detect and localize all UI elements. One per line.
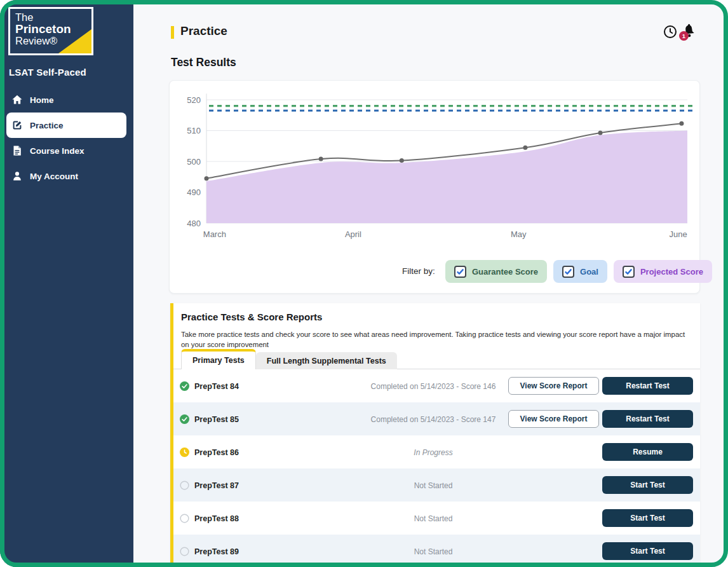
y-tick-label: 480	[187, 219, 201, 228]
practice-card-title: Practice Tests & Score Reports	[181, 311, 322, 322]
table-row: PrepTest 89Not StartedStart Test	[173, 535, 700, 567]
sidebar-item-practice[interactable]: Practice	[6, 113, 126, 138]
clock-progress-icon	[180, 447, 189, 457]
logo-line-princeton: Princeton	[15, 23, 91, 36]
test-results-title: Test Results	[171, 56, 236, 69]
score-chart: 520510500490480MarchAprilMayJune	[170, 86, 699, 245]
sidebar-item-label: Home	[30, 95, 54, 105]
score-chart-card: 520510500490480MarchAprilMayJune Filter …	[169, 80, 700, 294]
filter-chip-projected-score[interactable]: Projected Score	[614, 260, 712, 283]
y-tick-label: 510	[187, 126, 201, 135]
y-tick-label: 500	[187, 157, 201, 167]
filter-chip-goal[interactable]: Goal	[553, 260, 607, 283]
score-point	[319, 157, 323, 161]
sidebar-item-label: My Account	[30, 172, 78, 181]
score-point	[205, 176, 209, 181]
app-frame: The Princeton Review® LSAT Self-Paced Ho…	[0, 0, 728, 567]
resume-button[interactable]: Resume	[602, 443, 693, 461]
person-icon	[11, 170, 24, 182]
notifications-bell-icon[interactable]: 1	[680, 23, 697, 40]
table-row: PrepTest 85Completed on 5/14/2023 - Scor…	[173, 402, 700, 435]
practice-card-description: Take more practice tests and check your …	[181, 329, 686, 350]
test-status: Not Started	[367, 481, 500, 490]
history-clock-icon[interactable]	[663, 24, 678, 39]
start-test-button[interactable]: Start Test	[602, 509, 693, 527]
checkbox-checked[interactable]	[454, 266, 466, 278]
practice-tests-card: Practice Tests & Score Reports Take more…	[170, 303, 700, 567]
title-accent-bar	[171, 26, 174, 39]
test-name: PrepTest 88	[194, 514, 239, 523]
test-tabs: Primary TestsFull Length Supplemental Te…	[181, 349, 397, 369]
logo-line-the: The	[15, 12, 91, 23]
test-rows: PrepTest 84Completed on 5/14/2023 - Scor…	[173, 369, 700, 567]
test-status: Not Started	[367, 514, 500, 523]
sidebar-item-course-index[interactable]: Course Index	[6, 138, 126, 163]
checkbox-checked[interactable]	[623, 266, 635, 278]
chart-filter-row: Filter by: Guarantee ScoreGoalProjected …	[170, 260, 699, 283]
test-name: PrepTest 86	[194, 448, 239, 457]
y-tick-label: 520	[187, 95, 201, 105]
start-test-button[interactable]: Start Test	[602, 542, 693, 560]
notification-badge: 1	[679, 31, 689, 41]
test-name: PrepTest 85	[194, 415, 239, 424]
home-icon	[11, 93, 24, 106]
edit-icon	[11, 119, 24, 132]
x-tick-label: March	[203, 229, 226, 239]
empty-circle-icon	[180, 547, 189, 556]
sidebar-item-label: Course Index	[30, 146, 84, 156]
test-status: Not Started	[367, 547, 500, 556]
sidebar-item-label: Practice	[30, 121, 64, 130]
table-row: PrepTest 84Completed on 5/14/2023 - Scor…	[173, 369, 700, 402]
logo-line-review: Review®	[15, 36, 91, 46]
filter-chips: Guarantee ScoreGoalProjected Score	[445, 260, 712, 283]
test-name: PrepTest 89	[194, 547, 239, 556]
filter-chip-label: Goal	[580, 267, 598, 277]
sidebar-item-home[interactable]: Home	[6, 87, 126, 113]
score-point	[679, 121, 684, 126]
test-name: PrepTest 84	[194, 382, 239, 391]
tab-primary-tests[interactable]: Primary Tests	[181, 349, 256, 369]
empty-circle-icon	[180, 514, 189, 523]
page-title: Practice	[180, 24, 227, 38]
checkbox-checked[interactable]	[562, 266, 574, 278]
empty-circle-icon	[180, 481, 189, 490]
product-title: LSAT Self-Paced	[9, 67, 86, 78]
filter-chip-label: Guarantee Score	[472, 267, 538, 277]
check-circle-icon	[180, 381, 189, 391]
x-tick-label: May	[511, 229, 527, 239]
filter-chip-guarantee-score[interactable]: Guarantee Score	[445, 260, 547, 283]
sidebar-item-my-account[interactable]: My Account	[6, 163, 126, 189]
test-name: PrepTest 87	[194, 481, 239, 490]
filter-chip-label: Projected Score	[640, 267, 703, 277]
logo-text: The Princeton Review®	[10, 9, 91, 46]
projected-score-area	[206, 131, 687, 224]
table-row: PrepTest 87Not StartedStart Test	[173, 468, 700, 502]
x-tick-label: June	[670, 229, 687, 239]
start-test-button[interactable]: Start Test	[602, 476, 693, 494]
score-point	[400, 158, 404, 163]
table-row: PrepTest 86In ProgressResume	[173, 435, 700, 468]
test-status: In Progress	[367, 448, 500, 457]
check-circle-icon	[180, 414, 189, 424]
table-row: PrepTest 88Not StartedStart Test	[173, 502, 700, 535]
document-icon	[11, 144, 24, 157]
princeton-review-logo: The Princeton Review®	[8, 7, 93, 55]
restart-test-button[interactable]: Restart Test	[602, 410, 693, 428]
sidebar-nav: HomePracticeCourse IndexMy Account	[0, 87, 133, 189]
tab-full-length-supplemental-tests[interactable]: Full Length Supplemental Tests	[256, 352, 397, 369]
score-point	[523, 146, 527, 150]
filter-by-label: Filter by:	[402, 266, 435, 276]
score-point	[598, 130, 602, 135]
y-tick-label: 490	[187, 188, 201, 197]
restart-test-button[interactable]: Restart Test	[602, 377, 693, 395]
view-score-report-button[interactable]: View Score Report	[508, 377, 599, 395]
test-status: Completed on 5/14/2023 - Score 146	[367, 382, 500, 391]
sidebar: The Princeton Review® LSAT Self-Paced Ho…	[0, 0, 133, 567]
test-status: Completed on 5/14/2023 - Score 147	[367, 415, 500, 424]
x-tick-label: April	[345, 229, 361, 239]
view-score-report-button[interactable]: View Score Report	[508, 410, 599, 428]
